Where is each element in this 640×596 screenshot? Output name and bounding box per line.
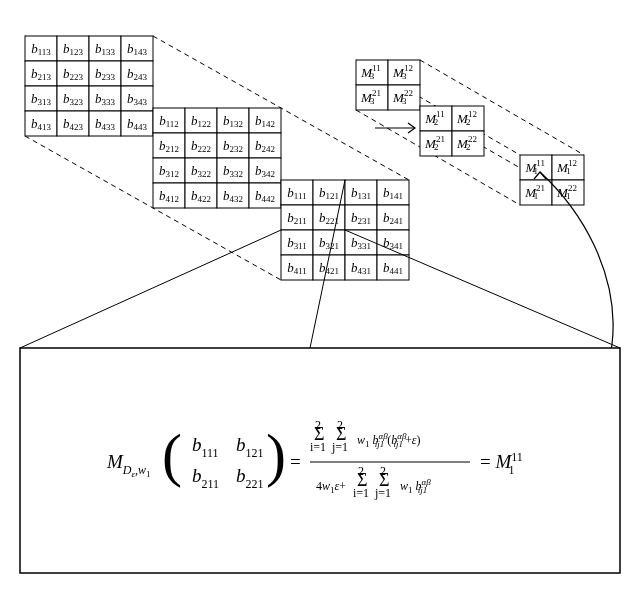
diagram-canvas: b113b123b133b143b213b223b233b243b313b323… — [0, 0, 640, 596]
layer3: b113b123b133b143b213b223b233b243b313b323… — [25, 36, 153, 136]
svg-text:w1
        bαβij1: w1 bαβij1 — [400, 477, 431, 495]
M1: M111M121M211M221 — [520, 155, 584, 205]
b-layers: b113b123b133b143b213b223b233b243b313b323… — [25, 36, 409, 280]
svg-line-15 — [20, 230, 281, 348]
svg-text:=: = — [290, 451, 301, 472]
svg-text:): ) — [266, 422, 286, 488]
eq-M: M — [106, 451, 124, 472]
layer2: b112b122b132b142b212b222b232b242b312b322… — [153, 108, 281, 208]
svg-line-17 — [345, 230, 620, 348]
svg-text:(: ( — [162, 422, 182, 488]
M3: M113M123M213M223 — [356, 60, 420, 110]
M2: M112M122M212M222 — [420, 106, 484, 156]
